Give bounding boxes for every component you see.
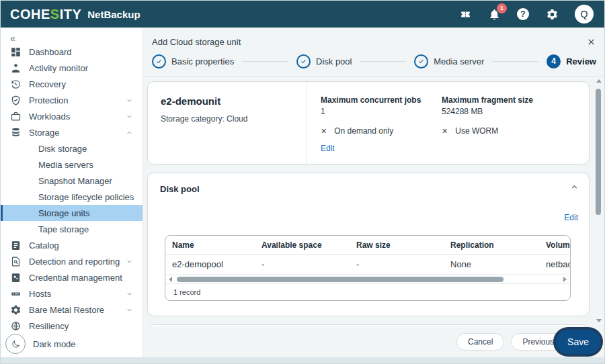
logo-accent-letter: S — [50, 7, 60, 21]
sidebar-item-snapshot-manager[interactable]: Snapshot Manager — [1, 173, 143, 189]
sidebar-item-storage[interactable]: Storage — [1, 124, 143, 140]
user-avatar[interactable]: Q — [575, 5, 594, 24]
table-cell: - — [261, 259, 356, 269]
dialog-footer: Cancel Previous Save — [144, 326, 604, 357]
column-header-volumes: Volumes — [546, 240, 571, 250]
save-button[interactable]: Save — [556, 330, 600, 354]
collapse-chevron-up-icon[interactable] — [570, 182, 579, 191]
sidebar-item-activity-monitor[interactable]: Activity monitor — [1, 60, 143, 76]
cancel-button[interactable]: Cancel — [456, 333, 504, 351]
resiliency-icon — [10, 320, 22, 332]
chevron-down-icon — [126, 306, 133, 314]
sidebar-item-hosts[interactable]: Hosts — [1, 285, 143, 302]
vscroll-thumb[interactable] — [596, 89, 601, 215]
flag-label: On demand only — [334, 126, 393, 136]
sidebar-item-storage-units[interactable]: Storage units — [1, 205, 143, 221]
dialog-vertical-scrollbar[interactable] — [595, 78, 603, 324]
edit-disk-pool-link[interactable]: Edit — [564, 213, 578, 222]
sidebar-item-label: Activity monitor — [29, 63, 88, 73]
use-worm-flag: ✕ Use WORM — [442, 126, 563, 136]
chevron-down-icon — [126, 113, 133, 120]
step-basic-properties[interactable]: Basic properties — [152, 54, 234, 69]
sidebar-item-label: Bare Metal Restore — [29, 305, 104, 315]
step-review[interactable]: 4Review — [547, 54, 596, 69]
product-name: NetBackup — [87, 9, 140, 20]
logo-text: COHE — [10, 7, 50, 21]
x-mark-icon: ✕ — [321, 127, 327, 136]
dialog-header: Add Cloud storage unit Basic propertiesD… — [144, 28, 604, 77]
sidebar-item-catalog[interactable]: Catalog — [1, 237, 143, 253]
sidebar-item-disk-storage[interactable]: Disk storage — [1, 140, 143, 156]
step-label: Media server — [434, 56, 484, 66]
dialog-content: e2-demounit Storage category: Cloud Maxi… — [144, 77, 604, 326]
sidebar-item-label: Credential management — [29, 273, 122, 283]
activity-monitor-icon — [10, 62, 22, 74]
scroll-left-arrow-icon[interactable] — [169, 277, 172, 282]
dark-mode-label: Dark mode — [33, 339, 76, 349]
dark-mode-toggle[interactable]: Dark mode — [1, 334, 143, 359]
sidebar-item-label: Dashboard — [29, 47, 72, 57]
sidebar-item-detection-and-reporting[interactable]: Detection and reporting — [1, 253, 143, 269]
sidebar-item-tape-storage[interactable]: Tape storage — [1, 221, 143, 237]
bare-metal-restore-icon — [10, 304, 22, 316]
moon-icon — [5, 334, 26, 354]
step-label: Review — [566, 56, 596, 66]
on-demand-only-flag: ✕ On demand only — [321, 126, 442, 136]
close-icon[interactable] — [586, 37, 596, 47]
step-disk-pool[interactable]: Disk pool — [296, 54, 352, 69]
protection-icon — [10, 95, 22, 106]
scroll-right-arrow-icon[interactable] — [563, 277, 567, 282]
table-cell: e2-demopool — [172, 259, 261, 269]
table-horizontal-scrollbar[interactable] — [165, 275, 570, 283]
step-check-icon — [414, 54, 428, 69]
sidebar-collapse-button[interactable]: « — [1, 33, 143, 44]
help-icon[interactable]: ? — [517, 8, 530, 21]
sidebar-item-workloads[interactable]: Workloads — [1, 108, 143, 124]
top-header: COHESITY NetBackup 1 ? Q — [1, 1, 604, 28]
edit-basic-properties-link[interactable]: Edit — [321, 144, 335, 153]
sidebar-item-label: Detection and reporting — [29, 257, 120, 267]
sidebar-item-recovery[interactable]: Recovery — [1, 76, 143, 92]
sidebar-item-credential-management[interactable]: Credential management — [1, 269, 143, 285]
sidebar-item-label: Tape storage — [38, 224, 89, 234]
step-media-server[interactable]: Media server — [414, 54, 484, 69]
step-connector — [242, 61, 288, 62]
sidebar-item-label: Media servers — [38, 160, 93, 170]
record-count: 1 record — [165, 283, 570, 300]
step-connector — [360, 61, 406, 62]
x-mark-icon: ✕ — [442, 127, 448, 136]
sidebar-item-protection[interactable]: Protection — [1, 92, 143, 108]
hscroll-thumb[interactable] — [177, 277, 503, 282]
scroll-up-arrow-icon[interactable] — [596, 79, 602, 83]
notifications-bell-icon[interactable]: 1 — [488, 8, 501, 21]
sidebar-item-label: Recovery — [29, 79, 66, 89]
dashboard-icon — [10, 46, 22, 58]
logo-text: ITY — [60, 7, 82, 21]
sidebar-item-label: Disk storage — [38, 144, 87, 154]
unit-settings: Maximum concurrent jobs 1 ✕ On demand on… — [307, 82, 563, 164]
catalog-icon — [10, 240, 22, 251]
scroll-down-arrow-icon[interactable] — [596, 319, 602, 322]
unit-identity: e2-demounit Storage category: Cloud — [148, 82, 307, 164]
hscroll-track[interactable] — [175, 277, 560, 282]
sidebar-item-dashboard[interactable]: Dashboard — [1, 44, 143, 60]
license-ticket-icon[interactable] — [459, 8, 472, 21]
table-cell: None — [450, 259, 546, 269]
table-cell: - — [356, 259, 450, 269]
step-label: Basic properties — [171, 56, 234, 66]
storage-unit-summary-card: e2-demounit Storage category: Cloud Maxi… — [147, 81, 590, 165]
column-header-replication: Replication — [450, 240, 546, 250]
step-check-icon — [296, 54, 311, 69]
sidebar-item-label: Snapshot Manager — [38, 176, 112, 186]
sidebar-nav: DashboardActivity monitorRecoveryProtect… — [1, 44, 143, 334]
storage-category: Storage category: Cloud — [161, 114, 307, 124]
table-row[interactable]: e2-demopool--Nonenetbackup — [165, 255, 570, 275]
sidebar-item-media-servers[interactable]: Media servers — [1, 156, 143, 173]
recovery-icon — [10, 79, 22, 90]
step-number: 4 — [547, 54, 561, 69]
sidebar-item-storage-lifecycle-policies[interactable]: Storage lifecycle policies — [1, 189, 143, 205]
settings-gear-icon[interactable] — [546, 8, 559, 21]
sidebar-item-resiliency[interactable]: Resiliency — [1, 318, 143, 334]
credential-icon — [10, 272, 22, 283]
sidebar-item-bare-metal-restore[interactable]: Bare Metal Restore — [1, 302, 143, 318]
